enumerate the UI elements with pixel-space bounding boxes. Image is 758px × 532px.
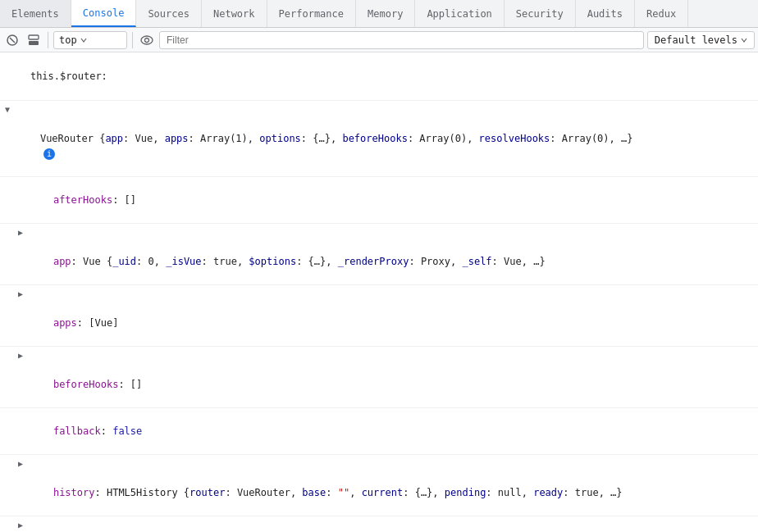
vuerouter-line[interactable]: ▼ VueRouter {app: Vue, apps: Array(1), o…	[0, 101, 758, 177]
tab-performance[interactable]: Performance	[267, 0, 356, 27]
memory-tab-label: Memory	[368, 8, 403, 20]
context-label: top	[59, 34, 77, 46]
svg-point-5	[145, 38, 149, 42]
console-output: this.$router: ▼ VueRouter {app: Vue, app…	[0, 52, 758, 532]
app-line[interactable]: ▶ app: Vue {_uid: 0, _isVue: true, $opti…	[0, 224, 758, 285]
elements-tab-label: Elements	[11, 8, 59, 20]
eye-icon	[140, 35, 153, 45]
toggle-drawer-button[interactable]	[25, 31, 43, 49]
tab-console[interactable]: Console	[71, 0, 137, 27]
tab-memory[interactable]: Memory	[356, 0, 415, 27]
expand-beforehooks[interactable]: ▶	[18, 348, 23, 363]
performance-tab-label: Performance	[279, 8, 344, 20]
router-label: this.$router:	[0, 52, 758, 101]
svg-line-1	[10, 38, 15, 43]
beforehooks-line[interactable]: ▶ beforeHooks: []	[0, 347, 758, 408]
chevron-down-icon	[80, 37, 87, 43]
history-line[interactable]: ▶ history: HTML5History {router: VueRout…	[0, 455, 758, 516]
svg-rect-2	[29, 35, 39, 39]
toolbar-divider-1	[48, 32, 48, 48]
tab-audits[interactable]: Audits	[576, 0, 635, 27]
info-icon: i	[43, 148, 55, 160]
application-tab-label: Application	[427, 8, 491, 20]
expand-matcher[interactable]: ▶	[18, 518, 23, 532]
console-toolbar: top Default levels	[0, 28, 758, 52]
filter-input[interactable]	[159, 31, 644, 49]
expand-app[interactable]: ▶	[18, 225, 23, 240]
toolbar-divider-2	[132, 32, 133, 48]
expand-history[interactable]: ▶	[18, 457, 23, 471]
network-tab-label: Network	[213, 8, 255, 20]
tab-security[interactable]: Security	[505, 0, 576, 27]
tab-application[interactable]: Application	[415, 0, 504, 27]
tab-sources[interactable]: Sources	[136, 0, 202, 27]
tab-redux[interactable]: Redux	[635, 0, 688, 27]
apps-line[interactable]: ▶ apps: [Vue]	[0, 285, 758, 347]
svg-point-4	[141, 36, 153, 44]
svg-rect-3	[29, 41, 39, 45]
clear-console-button[interactable]	[3, 31, 21, 49]
sources-tab-label: Sources	[148, 8, 190, 20]
levels-chevron-icon	[741, 37, 747, 43]
redux-tab-label: Redux	[646, 8, 676, 20]
audits-tab-label: Audits	[587, 8, 623, 20]
top-tabs: Elements Console Sources Network Perform…	[0, 0, 758, 28]
tab-network[interactable]: Network	[202, 0, 267, 27]
security-tab-label: Security	[516, 8, 564, 20]
fallback-line: fallback: false	[0, 408, 758, 455]
expand-vuerouter[interactable]: ▼	[5, 102, 10, 117]
execution-context-select[interactable]: top	[53, 31, 127, 49]
matcher-line[interactable]: ▶ matcher: {match: f, addRoutes: f}	[0, 516, 758, 532]
afterhooks-line: afterHooks: []	[0, 177, 758, 224]
console-tab-label: Console	[83, 7, 125, 19]
tab-elements[interactable]: Elements	[0, 0, 71, 27]
eye-button[interactable]	[138, 31, 156, 49]
expand-apps[interactable]: ▶	[18, 287, 23, 302]
log-level-select[interactable]: Default levels	[647, 31, 755, 49]
levels-label: Default levels	[655, 34, 737, 46]
